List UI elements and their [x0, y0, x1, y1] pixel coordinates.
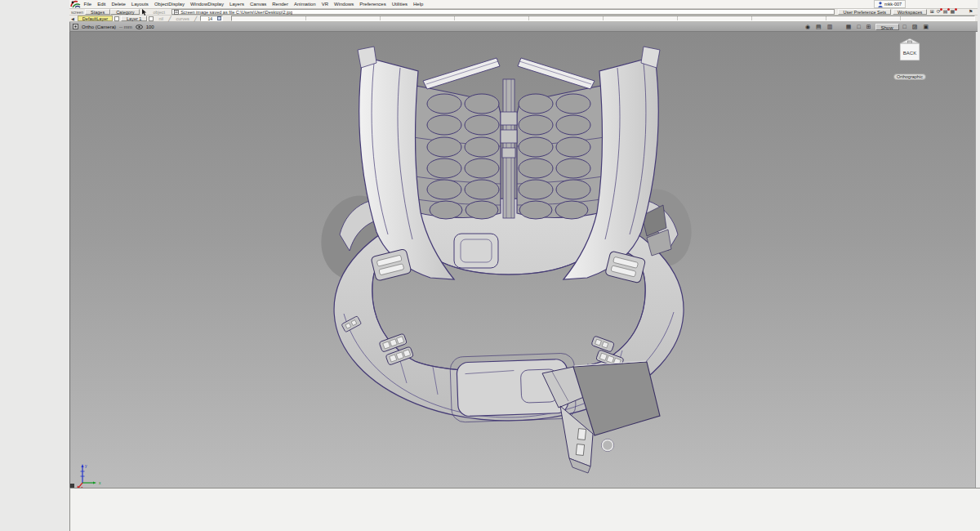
layer-slot-bar[interactable]	[231, 16, 975, 21]
menu-canvas[interactable]: Canvas	[247, 0, 269, 8]
panel-layout-icon[interactable]: ▥	[826, 24, 835, 30]
grid-toggle-icon[interactable]: ▦	[844, 24, 853, 30]
panel-split-icon[interactable]: ▤	[814, 24, 823, 30]
tool-context-label: object	[149, 10, 168, 15]
menu-render[interactable]: Render	[270, 0, 292, 8]
menu-help[interactable]: Help	[411, 0, 426, 8]
menu-animation[interactable]: Animation	[291, 0, 318, 8]
tolerance-slider[interactable]: 14	[200, 16, 223, 21]
shelf-group-label: screen	[69, 10, 85, 15]
frame-toggle-icon[interactable]: □	[855, 24, 862, 29]
projection-label[interactable]: Orthographic	[893, 74, 926, 80]
viewport-header: Ortho (Camera) -- mm 100 ◉ ▤ ▥ ▦ □ ⊞ Sho…	[69, 22, 978, 32]
menu-delete[interactable]: Delete	[109, 0, 128, 8]
menu-bar: File Edit Delete Layouts ObjectDisplay W…	[69, 0, 978, 9]
draw-line-icon[interactable]: ╱	[168, 16, 172, 21]
workspaces-button[interactable]: Workspaces	[893, 9, 927, 15]
axis-triad: x y z	[74, 462, 101, 488]
snapshot-grid-icon[interactable]: ⊞	[929, 9, 935, 15]
menu-vr[interactable]: VR	[318, 0, 331, 8]
viewcube[interactable]: BACK Orthographic	[893, 36, 926, 82]
panel-notify-icon[interactable]: ▤	[942, 9, 949, 15]
default-layer-checkbox[interactable]	[114, 16, 119, 21]
curve-degree-icon[interactable]: ╱	[194, 16, 198, 21]
shading-sphere-icon[interactable]: ◉	[804, 24, 812, 30]
slider-handle[interactable]	[217, 16, 221, 20]
menu-file[interactable]: File	[81, 0, 95, 8]
tab-category[interactable]: Category	[110, 9, 140, 15]
menu-edit[interactable]: Edit	[95, 0, 109, 8]
tools-notify-icon[interactable]: ▦	[949, 9, 956, 15]
viewcube-icon[interactable]: BACK	[896, 36, 924, 64]
menu-layouts[interactable]: Layouts	[128, 0, 151, 8]
shelf-row: screen Stages Category object Screen ima…	[69, 9, 978, 16]
maximize-view-icon[interactable]: ▣	[921, 24, 930, 30]
hatch-display-icon[interactable]: ▨	[911, 24, 920, 30]
user-account-chip[interactable]: mkk-007	[874, 0, 906, 8]
visibility-eye-icon[interactable]	[136, 25, 143, 29]
alias-app-window: File Edit Delete Layouts ObjectDisplay W…	[69, 0, 980, 531]
default-layer-button[interactable]: DefaultLayer	[78, 16, 113, 21]
prompt-history-icon[interactable]	[174, 10, 179, 15]
menu-layers[interactable]: Layers	[226, 0, 247, 8]
flag-icon[interactable]: ⚑	[968, 9, 974, 15]
user-name: mkk-007	[884, 2, 902, 7]
axis-x-label: x	[99, 480, 101, 485]
layer-scroll-left-button[interactable]: ◀	[69, 16, 76, 21]
menu-windows[interactable]: Windows	[331, 0, 356, 8]
axis-y-label: y	[85, 463, 87, 468]
menu-preferences[interactable]: Preferences	[357, 0, 389, 8]
pick-tool-icon[interactable]	[141, 9, 148, 16]
refresh-notify-icon[interactable]: ⟳	[935, 9, 942, 15]
curves-label: curves	[173, 16, 193, 21]
viewport-menu-icon[interactable]	[73, 24, 78, 29]
nil-label: nil	[155, 16, 167, 21]
window-box-icon[interactable]: □	[902, 24, 908, 29]
viewport-canvas[interactable]: BACK Orthographic x y z	[69, 32, 976, 488]
model-3d	[70, 32, 976, 488]
camera-label[interactable]: Ortho (Camera)	[82, 25, 116, 29]
tab-stages[interactable]: Stages	[85, 9, 110, 15]
layer-1-button[interactable]: Layer 1	[121, 16, 147, 21]
visibility-value: 100	[146, 25, 154, 29]
user-preference-sets-button[interactable]: User Preference Sets	[838, 9, 891, 15]
user-icon	[878, 2, 883, 7]
menu-windowdisplay[interactable]: WindowDisplay	[187, 0, 226, 8]
viewcube-face-label: BACK	[903, 51, 916, 56]
prompt-line[interactable]: Screen image saved as file C:\Users\User…	[172, 9, 835, 15]
app-logo-icon	[70, 0, 81, 8]
layer-1-checkbox[interactable]	[149, 16, 154, 21]
units-label: -- mm	[119, 25, 132, 29]
menu-objectdisplay[interactable]: ObjectDisplay	[151, 0, 187, 8]
layer-bar: ◀ DefaultLayer Layer 1 nil ╱ curves ╱ 14	[69, 16, 978, 22]
show-button[interactable]: Show	[875, 24, 899, 30]
slider-value: 14	[207, 16, 212, 21]
prompt-message: Screen image saved as file C:\Users\User…	[180, 10, 292, 15]
menu-utilities[interactable]: Utilities	[389, 0, 410, 8]
bottom-panel	[69, 488, 980, 531]
snap-toggle-icon[interactable]: ⊞	[865, 24, 873, 30]
